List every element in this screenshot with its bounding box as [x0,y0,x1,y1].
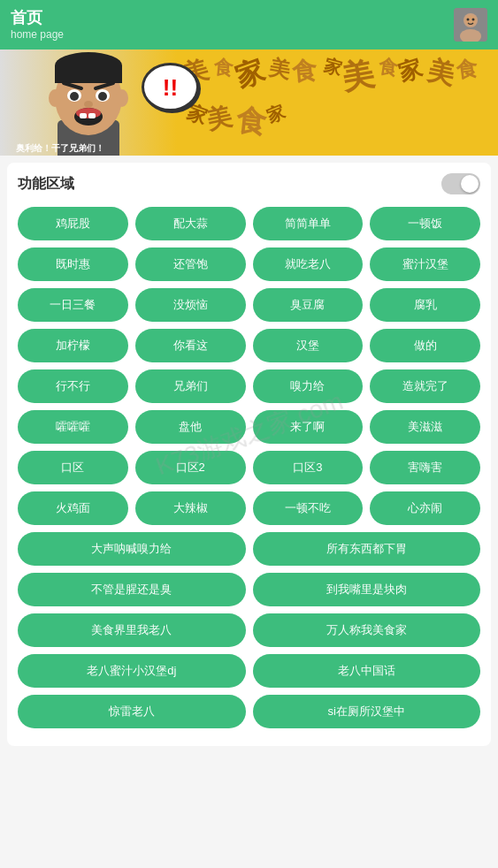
btn-jiuchilaoban[interactable]: 就吃老八 [253,247,364,281]
svg-point-4 [467,19,470,21]
button-row-3: 一日三餐 没烦恼 臭豆腐 腐乳 [18,288,480,322]
main-content: 功能区域 鸡屁股 配大蒜 简简单单 一顿饭 既时惠 还管饱 就吃老八 蜜汁汉堡 … [7,163,491,746]
app-header: 首页 home page [0,0,498,49]
button-row-7: 口区 口区2 口区3 害嗨害 [18,451,480,484]
button-row-2: 既时惠 还管饱 就吃老八 蜜汁汉堡 [18,247,480,281]
btn-jipiguo[interactable]: 鸡屁股 [18,207,128,240]
button-wide-row-5: 惊雷老八 si在厕所汉堡中 [18,695,480,728]
btn-jishihui[interactable]: 既时惠 [18,247,128,281]
btn-yidun[interactable]: 一顿不吃 [253,491,364,525]
btn-yiriSancan[interactable]: 一日三餐 [18,288,128,322]
svg-rect-20 [80,113,87,118]
button-row-8: 火鸡面 大辣椒 一顿不吃 心亦闹 [18,491,480,525]
svg-text:奥利给！干了兄弟们！: 奥利给！干了兄弟们！ [15,143,104,153]
btn-haiguanbao[interactable]: 还管饱 [135,247,246,281]
svg-rect-10 [55,65,122,83]
btn-zaojiu[interactable]: 造就完了 [370,369,480,403]
btn-si[interactable]: si在厕所汉堡中 [253,695,481,728]
btn-kouqu2[interactable]: 口区2 [135,451,246,484]
btn-yidunfan[interactable]: 一顿饭 [370,207,480,240]
btn-peidasuan[interactable]: 配大蒜 [135,207,246,240]
btn-xingbuxing[interactable]: 行不行 [18,369,128,403]
btn-meiEnnao[interactable]: 没烦恼 [135,288,246,322]
svg-point-17 [84,101,93,108]
btn-huohuo[interactable]: 嚯嚯嚯 [18,410,128,444]
btn-kouqu1[interactable]: 口区 [18,451,128,484]
btn-panta[interactable]: 盘他 [135,410,246,444]
user-avatar[interactable] [454,8,487,42]
btn-furu[interactable]: 腐乳 [370,288,480,322]
feature-title: 功能区域 [18,175,74,194]
btn-xiongdimen[interactable]: 兄弟们 [135,369,246,403]
button-wide-row-1: 大声呐喊嗅力给 所有东西都下胃 [18,532,480,566]
btn-laobachinese[interactable]: 老八中国话 [253,654,481,688]
btn-niKanzhe[interactable]: 你看这 [135,329,246,362]
btn-meizizi[interactable]: 美滋滋 [370,410,480,444]
btn-hanbao[interactable]: 汉堡 [253,329,364,362]
svg-rect-21 [88,113,96,118]
btn-haihai[interactable]: 害嗨害 [370,451,480,484]
svg-point-23 [116,89,128,107]
banner-background: 美 食 家 美 食 家 美 食 家 美 食 家 美 食 家 [180,49,498,156]
btn-laobadj[interactable]: 老八蜜汁小汉堡dj [18,654,246,688]
btn-kouqu3[interactable]: 口区3 [253,451,364,484]
button-row-6: 嚯嚯嚯 盘他 来了啊 美滋滋 [18,410,480,444]
button-wide-row-4: 老八蜜汁小汉堡dj 老八中国话 [18,654,480,688]
btn-choudoufu[interactable]: 臭豆腐 [253,288,364,322]
btn-dalajiao[interactable]: 大辣椒 [135,491,246,525]
btn-jianing[interactable]: 加柠檬 [18,329,128,362]
button-wide-row-2: 不管是腥还是臭 到我嘴里是块肉 [18,573,480,606]
page-title: 首页 [11,9,64,28]
page-subtitle: home page [11,28,64,41]
btn-mizhi[interactable]: 蜜汁汉堡 [370,247,480,281]
btn-xinyilao[interactable]: 心亦闹 [370,491,480,525]
header-left: 首页 home page [11,9,64,41]
btn-meishijie[interactable]: 美食界里我老八 [18,613,246,647]
btn-dasheng[interactable]: 大声呐喊嗅力给 [18,532,246,566]
svg-point-22 [49,89,61,107]
button-row-4: 加柠檬 你看这 汉堡 做的 [18,329,480,362]
svg-point-15 [70,92,79,101]
button-wide-row-3: 美食界里我老八 万人称我美食家 [18,613,480,647]
svg-point-5 [472,19,475,21]
btn-suoyou[interactable]: 所有东西都下胃 [253,532,481,566]
btn-hujimian[interactable]: 火鸡面 [18,491,128,525]
btn-jianjian[interactable]: 简简单单 [253,207,364,240]
btn-buguan[interactable]: 不管是腥还是臭 [18,573,246,606]
btn-wanren[interactable]: 万人称我美食家 [253,613,481,647]
btn-jinglei[interactable]: 惊雷老八 [18,695,246,728]
exclamation-bubble: !! [142,63,199,111]
btn-zuode[interactable]: 做的 [370,329,480,362]
btn-laile[interactable]: 来了啊 [253,410,364,444]
btn-xiuliji[interactable]: 嗅力给 [253,369,364,403]
feature-header: 功能区域 [18,173,480,194]
btn-daozui[interactable]: 到我嘴里是块肉 [253,573,481,606]
feature-toggle[interactable] [441,173,480,194]
button-row-5: 行不行 兄弟们 嗅力给 造就完了 [18,369,480,403]
banner: 美 食 家 美 食 家 美 食 家 美 食 家 美 食 家 [0,49,498,156]
svg-point-16 [98,92,107,101]
button-row-1: 鸡屁股 配大蒜 简简单单 一顿饭 [18,207,480,240]
